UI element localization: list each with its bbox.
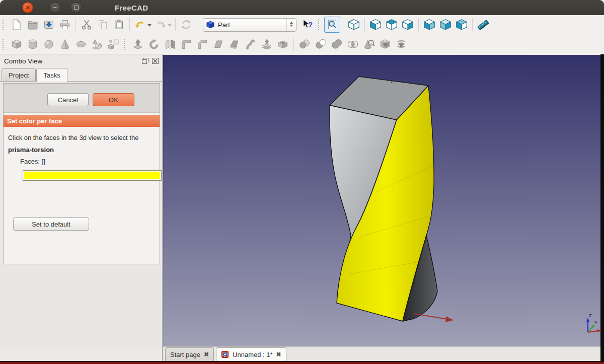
primitives-icon [91,38,104,51]
bottom-view-button[interactable] [437,17,454,33]
window-right-edge [600,54,604,361]
window-close-button[interactable] [22,2,33,13]
cross-sections-icon [395,38,408,51]
right-view-button[interactable] [400,17,416,33]
tab-close-icon[interactable] [276,351,281,357]
maximize-icon [74,6,79,10]
left-view-button[interactable] [454,17,470,33]
top-view-cube-icon [385,18,398,31]
cut-button[interactable] [79,17,95,33]
model-vertex-dot [391,81,392,83]
part-intersection-button[interactable] [345,36,361,52]
part-sweep-button[interactable] [243,36,259,52]
toolbar-grip[interactable] [318,19,322,30]
thickness-icon [276,38,289,51]
front-view-button[interactable] [367,17,384,33]
redo-dropdown-button[interactable] [168,24,172,29]
whats-this-button[interactable]: ? [299,17,316,33]
paste-button[interactable] [111,17,127,33]
tab-project[interactable]: Project [2,68,36,81]
window-title: FreeCAD [115,4,148,12]
print-button[interactable] [57,17,73,33]
dock-float-button[interactable] [141,57,149,64]
tab-start-page[interactable]: Start page [165,347,214,361]
offset-icon [260,38,273,51]
part-box-button[interactable] [9,36,25,52]
toolbar-grip[interactable] [3,39,7,50]
part-revolve-button[interactable] [146,36,162,52]
part-cross-sections-button[interactable] [393,36,409,52]
part-mirror-button[interactable] [162,36,178,52]
part-ruled-surface-button[interactable] [210,36,226,52]
part-check-geometry-button[interactable] [361,36,377,52]
window-maximize-button[interactable] [70,2,82,13]
toolbar-separator [175,18,176,31]
union-icon [330,38,343,51]
freecad-document-icon [221,350,229,358]
check-geometry-icon [362,38,375,51]
redo-button[interactable] [153,17,169,33]
printer-icon [59,19,71,31]
part-chamfer-button[interactable] [194,36,210,52]
part-create-primitives-button[interactable] [89,36,105,52]
3d-viewport[interactable]: Z Y X [163,55,600,346]
tab-unnamed-document[interactable]: Unnamed : 1* [216,347,286,361]
part-thickness-button[interactable] [275,36,291,52]
tab-close-icon[interactable] [204,351,209,357]
part-fillet-button[interactable] [178,36,194,52]
measure-distance-button[interactable] [475,17,491,33]
mirror-icon [164,38,177,51]
save-document-button[interactable] [41,17,57,33]
axis-z-label: Z [589,313,592,318]
part-union-button[interactable] [329,36,345,52]
set-to-default-button[interactable]: Set to default [13,217,89,231]
part-toolbar [0,34,604,54]
model-prisma-torsion[interactable] [330,77,437,321]
part-torus-button[interactable] [73,36,89,52]
window-minimize-button[interactable] [49,2,60,13]
float-icon [142,58,148,64]
part-loft-button[interactable] [226,36,243,52]
workbench-spinner[interactable] [286,19,296,31]
open-document-button[interactable] [25,17,41,33]
axonometric-view-button[interactable] [346,17,362,33]
part-defeaturing-button[interactable] [377,36,393,52]
bottom-view-cube-icon [439,18,452,31]
cancel-button[interactable]: Cancel [47,93,89,106]
dock-close-button[interactable] [152,57,159,64]
part-boolean-button[interactable] [296,36,313,52]
new-document-button[interactable] [9,17,25,33]
new-file-icon [11,19,23,31]
part-offset-button[interactable] [259,36,275,52]
face-color-swatch[interactable] [23,170,162,181]
refresh-button[interactable] [178,17,194,33]
fit-all-button[interactable] [324,17,340,33]
part-cone-button[interactable] [57,36,73,52]
tab-tasks[interactable]: Tasks [36,68,67,82]
defeaturing-icon [379,38,392,51]
undo-dropdown-button[interactable] [147,24,152,29]
ok-button[interactable]: OK [93,93,134,106]
workbench-selector[interactable]: Part [203,18,296,32]
part-cut-button[interactable] [313,36,329,52]
toolbar-grip[interactable] [3,19,7,30]
cylinder-icon [26,38,39,51]
shape-builder-icon [107,38,120,51]
copy-button[interactable] [95,17,111,33]
rear-view-cube-icon [423,18,436,31]
undo-button[interactable] [132,17,148,33]
copy-icon [97,19,109,31]
object-name: prisma-torsion [8,146,159,154]
part-sphere-button[interactable] [41,36,57,52]
toolbar-grip[interactable] [124,39,128,50]
cone-icon [58,38,71,51]
part-extrude-button[interactable] [130,36,146,52]
cut-boolean-icon [314,38,327,51]
whats-this-icon: ? [301,18,314,31]
toolbar-separator [197,18,197,31]
rear-view-button[interactable] [421,17,437,33]
toolbar-separator [364,18,365,31]
part-cylinder-button[interactable] [25,36,41,52]
top-view-button[interactable] [384,17,400,33]
part-shape-builder-button[interactable] [105,36,121,52]
